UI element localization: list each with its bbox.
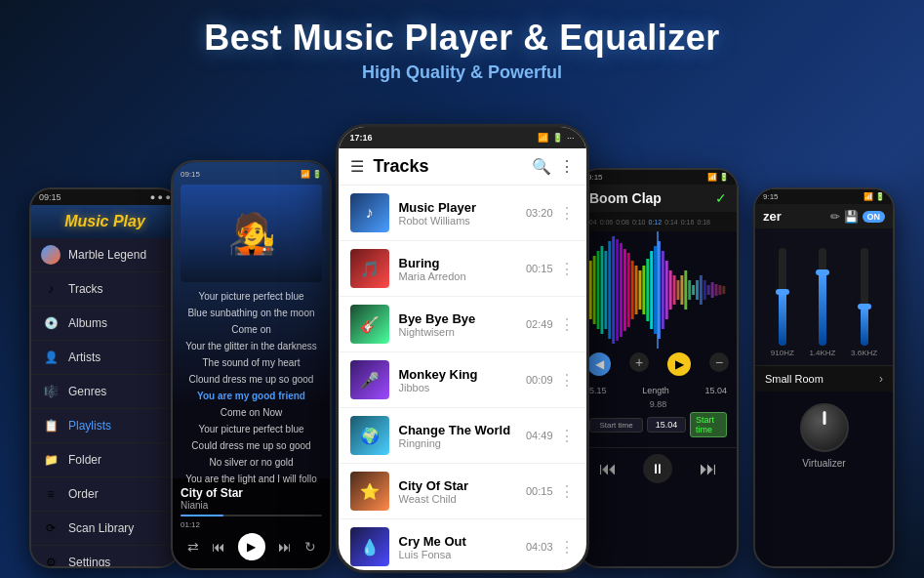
hamburger-icon[interactable]: ☰ [350,157,364,176]
eq-handle-1[interactable] [776,289,789,295]
check-icon: ✓ [715,190,727,206]
svg-rect-9 [616,239,619,341]
phone-lyrics: 09:15 📶 🔋 🧑‍🎤 Your picture perfect blue … [171,160,332,570]
track-name-1: Music Player [399,200,526,215]
edit-icon[interactable]: ✏ [830,210,840,224]
lyric-line-5: The sound of my heart [181,354,322,371]
music-icon-7: 💧 [360,538,380,557]
sidebar-item-scan[interactable]: ⟳ Scan Library [31,512,179,546]
sidebar-item-genres[interactable]: 🎼 Genres [31,375,179,409]
track-more-4[interactable]: ⋮ [559,371,575,390]
status-time-center: 17:16 [350,133,373,143]
track-item-2[interactable]: 🎵 Buring Maria Arredon 00:15 ⋮ [339,241,586,297]
lyrics-content: 09:15 📶 🔋 🧑‍🎤 Your picture perfect blue … [173,162,330,495]
track-info-6: City Of Star Weast Child [399,478,526,505]
virtualizer-knob[interactable] [800,403,849,452]
sidebar-item-folder[interactable]: 📁 Folder [31,443,179,477]
play-button[interactable]: ▶ [238,533,265,560]
track-artist-1: Robot Williams [399,215,526,227]
svg-rect-31 [700,275,703,305]
lyric-line-4: Your the glitter in the darkness [181,338,322,354]
track-thumb-5: 🌍 [350,416,389,455]
track-more-2[interactable]: ⋮ [559,260,575,278]
repeat-button[interactable]: ↻ [304,539,316,555]
track-artist-3: Nightwisern [399,326,526,338]
zoom-in-btn[interactable]: + [629,352,649,372]
svg-rect-2 [589,261,592,319]
sidebar-item-playlists[interactable]: 📋 Playlists [31,409,179,443]
svg-rect-29 [692,285,695,295]
sidebar-item-order[interactable]: ≡ Order [31,477,179,512]
on-toggle[interactable]: ON [863,211,886,223]
svg-rect-37 [722,286,725,294]
track-item-1[interactable]: ♪ Music Player Robot Williams 03:20 ⋮ [339,186,586,241]
app-title: Music Play [39,213,171,230]
start-time-button[interactable]: Start time [690,412,727,437]
sidebar-menu: Marble Legend ♪ Tracks 💿 Albums 👤 Artist… [31,238,179,568]
waveform-playback-controls: ⏮ ⏸ ⏭ [580,447,737,489]
track-item-5[interactable]: 🌍 Change The World Ringning 04:49 ⋮ [339,408,586,464]
svg-rect-27 [684,270,687,310]
wf-next-button[interactable]: ⏭ [700,459,717,479]
track-artist-2: Maria Arredon [399,270,526,282]
lyrics-progress-bar[interactable] [181,515,322,516]
search-icon[interactable]: 🔍 [532,157,551,176]
sidebar-item-marble[interactable]: Marble Legend [31,238,179,272]
sidebar-label-playlists: Playlists [68,419,111,433]
track-artist-7: Luis Fonsa [399,549,526,560]
play-arrow[interactable]: ▶ [667,352,691,376]
waveform-icons: 📶 🔋 [707,173,729,182]
nav-arrows: ◀ + ▶ − [580,349,737,380]
svg-rect-24 [673,275,676,305]
track-name-3: Bye Bye Bye [399,311,526,326]
sidebar-item-artists[interactable]: 👤 Artists [31,341,179,375]
lyric-line-6: Clound dress me up so good [181,371,322,388]
eq-track-1[interactable] [779,248,786,346]
eq-track-2[interactable] [819,248,826,346]
header-actions: 🔍 ⋮ [532,157,575,176]
start-time-input[interactable] [589,418,643,433]
track-item-6[interactable]: ⭐ City Of Star Weast Child 00:15 ⋮ [339,464,586,519]
save-icon[interactable]: 💾 [844,210,859,224]
wf-prev-button[interactable]: ⏮ [599,459,617,479]
prev-button[interactable]: ⏮ [212,539,225,555]
lyrics-status-bar: 09:15 📶 🔋 [181,170,322,179]
overflow-icon[interactable]: ⋮ [559,157,575,176]
track-more-3[interactable]: ⋮ [559,315,575,334]
sidebar-item-settings[interactable]: ⚙ Settings [31,546,179,568]
eq-handle-3[interactable] [858,304,871,310]
next-button[interactable]: ⏭ [278,539,292,555]
tracks-title: Tracks [374,156,532,177]
track-name-6: City Of Star [399,478,526,493]
track-thumb-7: 💧 [350,527,389,566]
track-item-4[interactable]: 🎤 Monkey King Jibbos 00:09 ⋮ [339,352,586,408]
time-display: 5.15 Length 15.04 [589,386,727,395]
phone-equalizer: 9:15 📶 🔋 zer ✏ 💾 ON 910HZ [753,187,895,568]
sidebar-item-tracks[interactable]: ♪ Tracks [31,272,179,307]
eq-track-3[interactable] [861,248,868,346]
zoom-out-btn[interactable]: − [709,352,729,372]
left-nav-arrow[interactable]: ◀ [587,352,611,376]
svg-rect-8 [612,236,615,344]
track-more-7[interactable]: ⋮ [559,538,575,557]
track-more-1[interactable]: ⋮ [559,204,575,223]
track-more-6[interactable]: ⋮ [559,482,575,501]
gear-icon: ⚙ [41,553,60,568]
phones-container: 09:15 ● ● ● Music Play Marble Legend ♪ T… [0,88,924,578]
length-input[interactable] [647,417,686,433]
waveform-svg [580,231,737,349]
track-item-7[interactable]: 💧 Cry Me Out Luis Fonsa 04:03 ⋮ [339,519,586,573]
eq-preset-bar[interactable]: Small Room › [755,365,893,392]
shuffle-button[interactable]: ⇄ [187,539,199,555]
eq-slider-1-4khz: 1.4KHZ [809,248,835,357]
time-0-18: 0:18 [697,219,710,226]
track-item-3[interactable]: 🎸 Bye Bye Bye Nightwisern 02:49 ⋮ [339,297,586,352]
sidebar-item-albums[interactable]: 💿 Albums [31,307,179,341]
eq-handle-2[interactable] [816,269,829,275]
track-more-5[interactable]: ⋮ [559,427,575,445]
chevron-right-icon: › [879,372,883,386]
time-0-06: 0:06 [600,219,614,226]
wf-pause-button[interactable]: ⏸ [643,454,672,483]
track-thumb-4: 🎤 [350,360,389,399]
track-info-3: Bye Bye Bye Nightwisern [399,311,526,338]
